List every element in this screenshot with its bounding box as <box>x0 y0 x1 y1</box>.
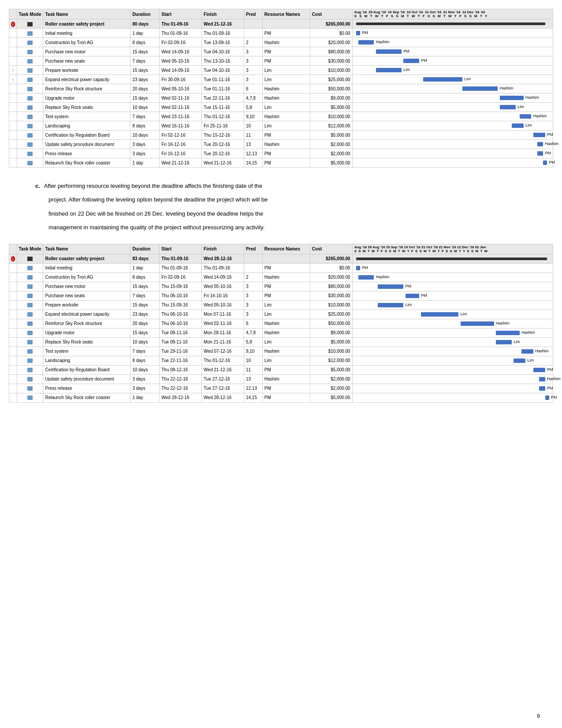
table-row: ↑ Prepare worksite 15 days Wed 14-09-16 … <box>9 66 553 75</box>
summary2-start: Thu 01-09-16 <box>160 254 202 263</box>
col2-header-duration: Duration <box>130 244 160 254</box>
col2-header-mode: Task Mode <box>17 244 43 254</box>
col-header-info <box>9 9 17 19</box>
text-paragraph-1: After performing resource leveling beyon… <box>44 183 263 189</box>
text-paragraph-3: finished on 22 Dec will be finished on 2… <box>48 210 263 217</box>
table-row: Landscaping 8 days Wed 16-11-16 Fri 25-1… <box>9 121 553 131</box>
summary-cost: $265,000.00 <box>310 19 352 29</box>
table-row: Reinforce Sky Rock structure 20 days Wed… <box>9 84 553 93</box>
table-row: Replace Sky Rock seats 10 days Tue 08-11… <box>9 337 553 347</box>
col2-header-resource: Resource Names <box>262 244 310 254</box>
table-row: Press release 3 days Fri 16-12-16 Tue 20… <box>9 149 553 158</box>
table-row: Replace Sky Rock seats 10 days Wed 02-11… <box>9 103 553 112</box>
summary2-cost: $265,000.00 <box>310 254 352 263</box>
table-row: Purchase new motor 15 days Wed 14-09-16 … <box>9 47 553 56</box>
summary-duration: 80 days <box>130 19 160 29</box>
gantt-section-1: Task Mode Task Name Duration Start Finis… <box>9 9 553 168</box>
table-row: Test system 7 days Wed 23-11-16 Thu 01-1… <box>9 112 553 121</box>
summary-task-name: Roller coaster safety project <box>43 19 130 29</box>
col2-header-name: Task Name <box>43 244 130 254</box>
table-row: Upgrade motor 15 days Tue 08-11-16 Mon 2… <box>9 328 553 337</box>
table-row: Relaunch Sky Rock roller coaster 1 day W… <box>9 393 553 402</box>
table-row: Purchase new seats 7 days Wed 05-10-16 T… <box>9 56 553 66</box>
row-info-icon: i <box>9 19 17 29</box>
table-row: Initial meeting 1 day Thu 01-09-16 Thu 0… <box>9 263 553 273</box>
gantt-table-1: Task Mode Task Name Duration Start Finis… <box>9 9 553 168</box>
table-row: Initial meeting 1 day Thu 01-09-16 Thu 0… <box>9 29 553 38</box>
gantt-section-2: Task Mode Task Name Duration Start Finis… <box>9 244 553 403</box>
col-header-duration: Duration <box>130 9 160 19</box>
summary-start: Thu 01-09-16 <box>160 19 202 29</box>
text-section-c: c. After performing resource leveling be… <box>35 181 527 233</box>
gantt-table-2: Task Mode Task Name Duration Start Finis… <box>9 244 553 403</box>
col2-header-info <box>9 244 17 254</box>
table-row: Relaunch Sky Rock roller coaster 1 day W… <box>9 158 553 168</box>
table-row: Press release 3 days Thu 22-12-16 Tue 27… <box>9 384 553 393</box>
col-header-resource: Resource Names <box>262 9 310 19</box>
col-header-finish: Finish <box>202 9 244 19</box>
table-row: Update safety procedure document 3 days … <box>9 374 553 384</box>
summary-resource <box>262 19 310 29</box>
col-header-mode: Task Mode <box>17 9 43 19</box>
table-row: Upgrade motor 15 days Wed 02-11-16 Tue 2… <box>9 93 553 103</box>
table-row: Test system 7 days Tue 29-11-16 Wed 07-1… <box>9 347 553 356</box>
page-number: 6 <box>537 713 549 719</box>
summary-row-2: i Roller coaster safety project 83 days … <box>9 254 553 263</box>
col-header-start: Start <box>160 9 202 19</box>
table-row: Purchase new seats 7 days Thu 06-10-16 F… <box>9 291 553 300</box>
col2-header-cost: Cost <box>310 244 352 254</box>
summary2-finish: Wed 28-12-16 <box>202 254 244 263</box>
row-mode-icon <box>17 19 43 29</box>
table-row: Construction by Tron AG 8 days Fri 02-09… <box>9 273 553 282</box>
text-paragraph-4: management in maintaining the quality of… <box>48 224 264 231</box>
table-row: Expand electrical power capacity 23 days… <box>9 310 553 319</box>
table-row: Prepare worksite 15 days Thu 15-09-16 We… <box>9 300 553 310</box>
summary-row-1: i Roller coaster safety project 80 days … <box>9 19 553 29</box>
table-row: Certification by Regulation Board 10 day… <box>9 365 553 374</box>
table-row: Update safety procedure document 3 days … <box>9 140 553 149</box>
col2-header-finish: Finish <box>202 244 244 254</box>
col2-header-pred: Pred <box>244 244 262 254</box>
summary2-name: Roller coaster safety project <box>43 254 130 263</box>
table-row: ↑ Expand electrical power capacity 23 da… <box>9 75 553 84</box>
table-row: Certification by Regulation Board 10 day… <box>9 131 553 140</box>
summary-pred <box>244 19 262 29</box>
table-row: Purchase new motor 15 days Thu 15-09-16 … <box>9 282 553 291</box>
table-row: Reinforce Sky Rock structure 20 days Thu… <box>9 319 553 328</box>
table-row: Landscaping 8 days Tue 22-11-16 Thu 01-1… <box>9 356 553 365</box>
text-paragraph-2: project. After following the leveling op… <box>48 196 268 203</box>
col-header-name: Task Name <box>43 9 130 19</box>
col2-header-gantt: Aug '1629 Aug '1619 Sep '1610 Oct '1631 … <box>352 244 553 254</box>
table-row: Construction by Tron AG 8 days Fri 02-09… <box>9 38 553 47</box>
col2-header-start: Start <box>160 244 202 254</box>
text-label-c: c. <box>35 183 40 189</box>
col-header-gantt: Aug '1629 Aug '1619 Sep '1610 Oct '1631 … <box>352 9 553 19</box>
summary-finish: Wed 21-12-16 <box>202 19 244 29</box>
summary2-duration: 83 days <box>130 254 160 263</box>
col-header-pred: Pred <box>244 9 262 19</box>
summary-gantt-bar <box>352 19 553 29</box>
col-header-cost: Cost <box>310 9 352 19</box>
